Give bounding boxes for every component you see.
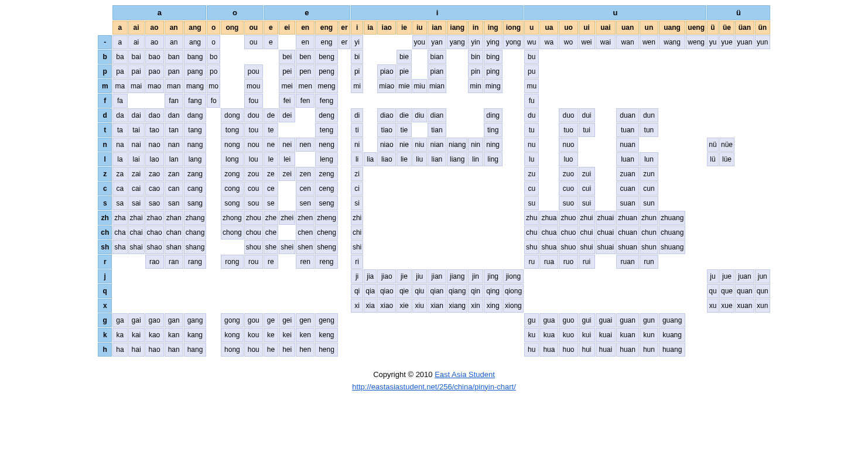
pinyin-cell[interactable]: shang [184, 240, 207, 254]
pinyin-cell[interactable]: ding [484, 108, 503, 122]
pinyin-cell[interactable]: mang [184, 79, 207, 93]
pinyin-cell[interactable]: rou [244, 255, 263, 269]
pinyin-cell[interactable]: xiang [447, 299, 467, 313]
pinyin-cell[interactable]: miao [377, 79, 396, 93]
pinyin-cell[interactable]: ling [484, 152, 503, 166]
pinyin-cell[interactable]: de [264, 108, 278, 122]
pinyin-cell[interactable]: er [339, 35, 350, 49]
pinyin-cell[interactable]: shui [579, 240, 595, 254]
pinyin-cell[interactable]: nei [279, 138, 295, 152]
pinyin-cell[interactable]: zong [221, 167, 244, 181]
pinyin-cell[interactable]: tie [397, 123, 411, 137]
pinyin-cell[interactable]: jiang [447, 269, 467, 283]
pinyin-cell[interactable]: zou [244, 167, 263, 181]
pinyin-cell[interactable]: die [397, 108, 411, 122]
pinyin-cell[interactable]: zhuan [616, 211, 639, 225]
pinyin-cell[interactable]: xia [364, 299, 377, 313]
pinyin-cell[interactable]: shi [351, 240, 363, 254]
pinyin-cell[interactable]: zhai [128, 211, 145, 225]
pinyin-cell[interactable]: mi [351, 79, 363, 93]
pinyin-cell[interactable]: run [640, 255, 658, 269]
pinyin-cell[interactable]: miu [412, 79, 427, 93]
pinyin-cell[interactable]: kui [579, 328, 595, 342]
pinyin-cell[interactable]: wang [659, 35, 685, 49]
pinyin-cell[interactable]: liao [377, 152, 396, 166]
pinyin-cell[interactable]: la [112, 152, 127, 166]
pinyin-cell[interactable]: chua [539, 225, 558, 239]
pinyin-cell[interactable]: nin [468, 138, 483, 152]
pinyin-cell[interactable]: rui [579, 255, 595, 269]
pinyin-cell[interactable]: lu [524, 152, 539, 166]
pinyin-cell[interactable]: man [165, 79, 183, 93]
pinyin-cell[interactable]: jin [468, 269, 483, 283]
pinyin-cell[interactable]: nian [428, 138, 446, 152]
pinyin-cell[interactable]: cou [244, 182, 263, 196]
pinyin-cell[interactable]: pang [184, 64, 207, 78]
pinyin-cell[interactable]: gong [221, 313, 244, 327]
pinyin-cell[interactable]: zhou [244, 211, 263, 225]
pinyin-cell[interactable]: zhong [221, 211, 244, 225]
pinyin-cell[interactable]: rang [184, 255, 207, 269]
pinyin-cell[interactable]: feng [315, 94, 338, 108]
pinyin-cell[interactable]: piao [377, 64, 396, 78]
pinyin-cell[interactable]: hei [279, 343, 295, 357]
pinyin-cell[interactable]: shun [640, 240, 658, 254]
pinyin-cell[interactable]: ping [484, 64, 503, 78]
pinyin-cell[interactable]: wa [539, 35, 558, 49]
pinyin-cell[interactable]: kou [244, 328, 263, 342]
pinyin-cell[interactable]: zi [351, 167, 363, 181]
pinyin-cell[interactable]: dong [221, 108, 244, 122]
pinyin-cell[interactable]: zhei [279, 211, 295, 225]
pinyin-cell[interactable]: kua [539, 328, 558, 342]
pinyin-cell[interactable]: duo [559, 108, 577, 122]
pinyin-cell[interactable]: teng [315, 123, 338, 137]
pinyin-cell[interactable]: sha [112, 240, 127, 254]
pinyin-cell[interactable]: bie [397, 50, 411, 64]
pinyin-cell[interactable]: niu [412, 138, 427, 152]
pinyin-cell[interactable]: tai [128, 123, 145, 137]
pinyin-cell[interactable]: ga [112, 313, 127, 327]
pinyin-cell[interactable]: bo [207, 50, 220, 64]
pinyin-cell[interactable]: bei [279, 50, 295, 64]
pinyin-cell[interactable]: huan [616, 343, 639, 357]
pinyin-cell[interactable]: weng [686, 35, 706, 49]
pinyin-cell[interactable]: shai [128, 240, 145, 254]
pinyin-cell[interactable]: wo [559, 35, 577, 49]
pinyin-cell[interactable]: hong [221, 343, 244, 357]
pinyin-cell[interactable]: mie [397, 79, 411, 93]
pinyin-cell[interactable]: nu [524, 138, 539, 152]
pinyin-cell[interactable]: pian [428, 64, 446, 78]
pinyin-cell[interactable]: zhuai [596, 211, 616, 225]
pinyin-cell[interactable]: chuo [559, 225, 577, 239]
pinyin-cell[interactable]: fa [112, 94, 127, 108]
pinyin-cell[interactable]: ce [264, 182, 278, 196]
pinyin-cell[interactable]: ming [484, 79, 503, 93]
pinyin-cell[interactable]: zhao [145, 211, 164, 225]
pinyin-cell[interactable]: qia [364, 284, 377, 298]
pinyin-cell[interactable]: jian [428, 269, 446, 283]
pinyin-cell[interactable]: gou [244, 313, 263, 327]
pinyin-cell[interactable]: gu [524, 313, 539, 327]
pinyin-cell[interactable]: shuo [559, 240, 577, 254]
pinyin-cell[interactable]: men [296, 79, 315, 93]
pinyin-cell[interactable]: qu [707, 284, 719, 298]
pinyin-cell[interactable]: cuo [559, 182, 577, 196]
pinyin-cell[interactable]: tiao [377, 123, 396, 137]
pinyin-cell[interactable]: lou [244, 152, 263, 166]
pinyin-cell[interactable]: ca [112, 182, 127, 196]
pinyin-cell[interactable]: lü [707, 152, 719, 166]
pinyin-cell[interactable]: du [524, 108, 539, 122]
pinyin-cell[interactable]: te [264, 123, 278, 137]
pinyin-cell[interactable]: zhu [524, 211, 539, 225]
pinyin-cell[interactable]: liu [412, 152, 427, 166]
pinyin-cell[interactable]: ban [165, 50, 183, 64]
pinyin-cell[interactable]: qi [351, 284, 363, 298]
pinyin-cell[interactable]: bi [351, 50, 363, 64]
pinyin-cell[interactable]: peng [315, 64, 338, 78]
pinyin-cell[interactable]: ba [112, 50, 127, 64]
pinyin-cell[interactable]: ji [351, 269, 363, 283]
pinyin-cell[interactable]: ning [484, 138, 503, 152]
pinyin-cell[interactable]: ze [264, 167, 278, 181]
pinyin-cell[interactable]: sun [640, 196, 658, 210]
pinyin-cell[interactable]: jie [397, 269, 411, 283]
